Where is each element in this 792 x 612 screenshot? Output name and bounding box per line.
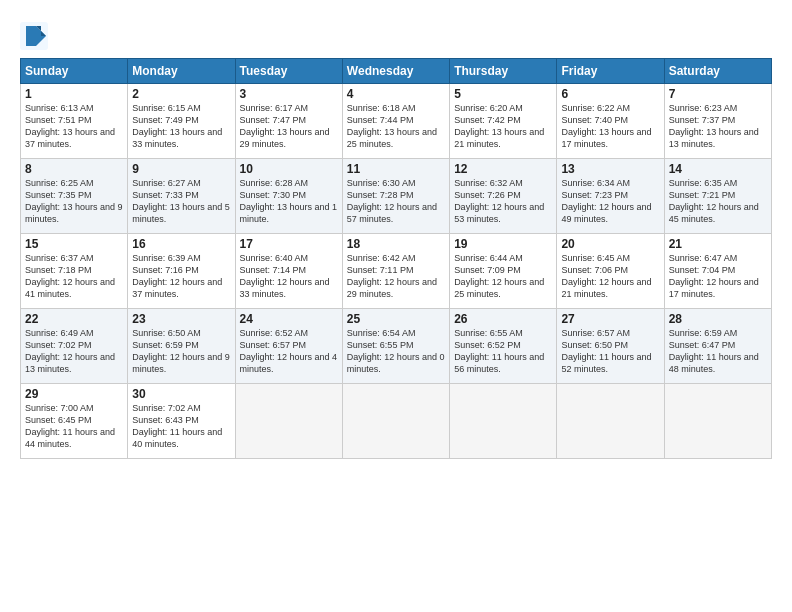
- calendar-cell: 20 Sunrise: 6:45 AMSunset: 7:06 PMDaylig…: [557, 234, 664, 309]
- weekday-header: Friday: [557, 59, 664, 84]
- calendar-cell: [664, 384, 771, 459]
- calendar-cell: [235, 384, 342, 459]
- calendar-cell: 27 Sunrise: 6:57 AMSunset: 6:50 PMDaylig…: [557, 309, 664, 384]
- day-number: 25: [347, 312, 445, 326]
- weekday-header: Wednesday: [342, 59, 449, 84]
- day-number: 30: [132, 387, 230, 401]
- day-number: 4: [347, 87, 445, 101]
- day-info: Sunrise: 6:57 AMSunset: 6:50 PMDaylight:…: [561, 327, 659, 376]
- calendar-cell: 11 Sunrise: 6:30 AMSunset: 7:28 PMDaylig…: [342, 159, 449, 234]
- weekday-header: Saturday: [664, 59, 771, 84]
- calendar-cell: [342, 384, 449, 459]
- day-info: Sunrise: 6:25 AMSunset: 7:35 PMDaylight:…: [25, 177, 123, 226]
- day-number: 14: [669, 162, 767, 176]
- day-info: Sunrise: 6:20 AMSunset: 7:42 PMDaylight:…: [454, 102, 552, 151]
- calendar-cell: 15 Sunrise: 6:37 AMSunset: 7:18 PMDaylig…: [21, 234, 128, 309]
- day-info: Sunrise: 6:39 AMSunset: 7:16 PMDaylight:…: [132, 252, 230, 301]
- day-number: 8: [25, 162, 123, 176]
- calendar-cell: 12 Sunrise: 6:32 AMSunset: 7:26 PMDaylig…: [450, 159, 557, 234]
- calendar-cell: 24 Sunrise: 6:52 AMSunset: 6:57 PMDaylig…: [235, 309, 342, 384]
- page: SundayMondayTuesdayWednesdayThursdayFrid…: [0, 0, 792, 612]
- day-number: 13: [561, 162, 659, 176]
- calendar-week-row: 8 Sunrise: 6:25 AMSunset: 7:35 PMDayligh…: [21, 159, 772, 234]
- calendar-cell: 22 Sunrise: 6:49 AMSunset: 7:02 PMDaylig…: [21, 309, 128, 384]
- logo: [20, 22, 52, 50]
- calendar-cell: 2 Sunrise: 6:15 AMSunset: 7:49 PMDayligh…: [128, 84, 235, 159]
- day-number: 28: [669, 312, 767, 326]
- calendar-week-row: 29 Sunrise: 7:00 AMSunset: 6:45 PMDaylig…: [21, 384, 772, 459]
- calendar-cell: [450, 384, 557, 459]
- day-number: 18: [347, 237, 445, 251]
- day-info: Sunrise: 7:02 AMSunset: 6:43 PMDaylight:…: [132, 402, 230, 451]
- weekday-header: Monday: [128, 59, 235, 84]
- day-number: 10: [240, 162, 338, 176]
- calendar-cell: 19 Sunrise: 6:44 AMSunset: 7:09 PMDaylig…: [450, 234, 557, 309]
- day-info: Sunrise: 6:52 AMSunset: 6:57 PMDaylight:…: [240, 327, 338, 376]
- day-number: 23: [132, 312, 230, 326]
- weekday-header: Thursday: [450, 59, 557, 84]
- day-number: 27: [561, 312, 659, 326]
- header: [20, 18, 772, 50]
- day-info: Sunrise: 6:13 AMSunset: 7:51 PMDaylight:…: [25, 102, 123, 151]
- day-info: Sunrise: 6:17 AMSunset: 7:47 PMDaylight:…: [240, 102, 338, 151]
- day-info: Sunrise: 6:35 AMSunset: 7:21 PMDaylight:…: [669, 177, 767, 226]
- day-number: 20: [561, 237, 659, 251]
- day-info: Sunrise: 6:34 AMSunset: 7:23 PMDaylight:…: [561, 177, 659, 226]
- day-info: Sunrise: 6:22 AMSunset: 7:40 PMDaylight:…: [561, 102, 659, 151]
- calendar-cell: 9 Sunrise: 6:27 AMSunset: 7:33 PMDayligh…: [128, 159, 235, 234]
- day-number: 11: [347, 162, 445, 176]
- day-info: Sunrise: 6:27 AMSunset: 7:33 PMDaylight:…: [132, 177, 230, 226]
- day-number: 1: [25, 87, 123, 101]
- day-info: Sunrise: 6:28 AMSunset: 7:30 PMDaylight:…: [240, 177, 338, 226]
- calendar-cell: 25 Sunrise: 6:54 AMSunset: 6:55 PMDaylig…: [342, 309, 449, 384]
- calendar-cell: 14 Sunrise: 6:35 AMSunset: 7:21 PMDaylig…: [664, 159, 771, 234]
- calendar-cell: 26 Sunrise: 6:55 AMSunset: 6:52 PMDaylig…: [450, 309, 557, 384]
- calendar-cell: 8 Sunrise: 6:25 AMSunset: 7:35 PMDayligh…: [21, 159, 128, 234]
- day-info: Sunrise: 6:49 AMSunset: 7:02 PMDaylight:…: [25, 327, 123, 376]
- calendar-cell: 4 Sunrise: 6:18 AMSunset: 7:44 PMDayligh…: [342, 84, 449, 159]
- day-info: Sunrise: 6:37 AMSunset: 7:18 PMDaylight:…: [25, 252, 123, 301]
- calendar-cell: 6 Sunrise: 6:22 AMSunset: 7:40 PMDayligh…: [557, 84, 664, 159]
- day-info: Sunrise: 6:54 AMSunset: 6:55 PMDaylight:…: [347, 327, 445, 376]
- day-number: 5: [454, 87, 552, 101]
- day-number: 19: [454, 237, 552, 251]
- day-info: Sunrise: 6:50 AMSunset: 6:59 PMDaylight:…: [132, 327, 230, 376]
- weekday-header: Tuesday: [235, 59, 342, 84]
- day-info: Sunrise: 6:59 AMSunset: 6:47 PMDaylight:…: [669, 327, 767, 376]
- day-number: 2: [132, 87, 230, 101]
- day-info: Sunrise: 6:23 AMSunset: 7:37 PMDaylight:…: [669, 102, 767, 151]
- day-number: 16: [132, 237, 230, 251]
- calendar-week-row: 1 Sunrise: 6:13 AMSunset: 7:51 PMDayligh…: [21, 84, 772, 159]
- calendar-cell: 28 Sunrise: 6:59 AMSunset: 6:47 PMDaylig…: [664, 309, 771, 384]
- day-info: Sunrise: 6:44 AMSunset: 7:09 PMDaylight:…: [454, 252, 552, 301]
- calendar-week-row: 22 Sunrise: 6:49 AMSunset: 7:02 PMDaylig…: [21, 309, 772, 384]
- day-info: Sunrise: 6:55 AMSunset: 6:52 PMDaylight:…: [454, 327, 552, 376]
- day-info: Sunrise: 6:40 AMSunset: 7:14 PMDaylight:…: [240, 252, 338, 301]
- calendar-cell: 29 Sunrise: 7:00 AMSunset: 6:45 PMDaylig…: [21, 384, 128, 459]
- day-number: 24: [240, 312, 338, 326]
- day-number: 7: [669, 87, 767, 101]
- calendar-cell: 16 Sunrise: 6:39 AMSunset: 7:16 PMDaylig…: [128, 234, 235, 309]
- calendar-cell: 21 Sunrise: 6:47 AMSunset: 7:04 PMDaylig…: [664, 234, 771, 309]
- day-info: Sunrise: 6:45 AMSunset: 7:06 PMDaylight:…: [561, 252, 659, 301]
- day-number: 22: [25, 312, 123, 326]
- day-number: 6: [561, 87, 659, 101]
- day-number: 17: [240, 237, 338, 251]
- calendar-cell: 13 Sunrise: 6:34 AMSunset: 7:23 PMDaylig…: [557, 159, 664, 234]
- calendar-cell: 3 Sunrise: 6:17 AMSunset: 7:47 PMDayligh…: [235, 84, 342, 159]
- calendar-week-row: 15 Sunrise: 6:37 AMSunset: 7:18 PMDaylig…: [21, 234, 772, 309]
- day-info: Sunrise: 6:47 AMSunset: 7:04 PMDaylight:…: [669, 252, 767, 301]
- day-number: 29: [25, 387, 123, 401]
- calendar-cell: 10 Sunrise: 6:28 AMSunset: 7:30 PMDaylig…: [235, 159, 342, 234]
- calendar-cell: 18 Sunrise: 6:42 AMSunset: 7:11 PMDaylig…: [342, 234, 449, 309]
- day-info: Sunrise: 6:32 AMSunset: 7:26 PMDaylight:…: [454, 177, 552, 226]
- calendar-header-row: SundayMondayTuesdayWednesdayThursdayFrid…: [21, 59, 772, 84]
- weekday-header: Sunday: [21, 59, 128, 84]
- calendar-cell: 1 Sunrise: 6:13 AMSunset: 7:51 PMDayligh…: [21, 84, 128, 159]
- calendar-cell: 5 Sunrise: 6:20 AMSunset: 7:42 PMDayligh…: [450, 84, 557, 159]
- day-info: Sunrise: 6:18 AMSunset: 7:44 PMDaylight:…: [347, 102, 445, 151]
- calendar-cell: 17 Sunrise: 6:40 AMSunset: 7:14 PMDaylig…: [235, 234, 342, 309]
- calendar-cell: 30 Sunrise: 7:02 AMSunset: 6:43 PMDaylig…: [128, 384, 235, 459]
- day-number: 9: [132, 162, 230, 176]
- day-number: 12: [454, 162, 552, 176]
